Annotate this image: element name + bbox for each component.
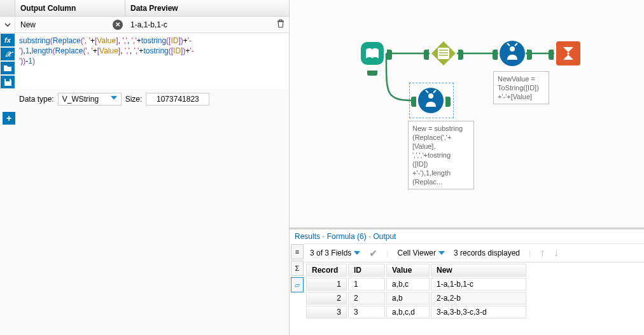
- table-row[interactable]: 33a,b,c,d3-a,3-b,3-c,3-d: [306, 306, 526, 318]
- size-input[interactable]: 1073741823: [146, 93, 209, 106]
- delete-icon[interactable]: [272, 19, 289, 30]
- records-displayed: 3 records displayed: [454, 249, 520, 257]
- results-grid[interactable]: RecordIDValueNew 11a,b,c1-a,1-b,1-c22a,b…: [305, 263, 528, 320]
- col-header[interactable]: Value: [386, 264, 430, 277]
- results-layout-icon[interactable]: ≡: [291, 244, 304, 259]
- fields-dropdown[interactable]: 3 of 3 Fields: [310, 249, 360, 257]
- summarize-tool-icon[interactable]: [554, 39, 582, 67]
- cell-viewer-dropdown[interactable]: Cell Viewer: [398, 249, 445, 257]
- data-type-select[interactable]: V_WString: [58, 93, 122, 106]
- svg-rect-2: [438, 48, 449, 59]
- output-column-header: Output Column: [15, 0, 125, 17]
- svg-point-12: [428, 93, 433, 99]
- var-x-icon[interactable]: 𝒳: [1, 48, 15, 60]
- save-icon[interactable]: [1, 76, 15, 88]
- next-record-icon[interactable]: ↓: [554, 247, 559, 259]
- data-type-value: V_WString: [62, 95, 99, 104]
- input-tool-icon[interactable]: [358, 39, 386, 67]
- fx-icon[interactable]: fx: [1, 34, 15, 46]
- table-row[interactable]: 22a,b2-a,2-b: [306, 292, 526, 304]
- expand-icon[interactable]: [0, 17, 15, 32]
- col-header[interactable]: New: [431, 264, 526, 277]
- col-header[interactable]: ID: [348, 264, 385, 277]
- data-preview-header: Data Preview: [125, 0, 272, 17]
- data-preview-value: 1-a,1-b,1-c: [125, 20, 272, 29]
- cell-viewer-label: Cell Viewer: [398, 249, 436, 257]
- formula-tool-selected-icon[interactable]: [417, 86, 445, 114]
- clear-icon[interactable]: ✕: [113, 20, 123, 30]
- results-label: Results: [295, 232, 320, 241]
- add-expression-button[interactable]: +: [3, 112, 15, 125]
- fields-text: 3 of 3 Fields: [310, 249, 351, 257]
- expression-editor[interactable]: substring(Replace(', '+[Value], ',', ','…: [15, 33, 289, 89]
- formula-tool-icon[interactable]: [498, 39, 526, 67]
- results-output[interactable]: Output: [373, 232, 396, 241]
- workflow-canvas[interactable]: NewValue = ToString([ID]) +'-'+[Value]: [290, 0, 644, 228]
- data-type-label: Data type:: [19, 95, 54, 104]
- prev-record-icon[interactable]: ↑: [540, 247, 545, 259]
- col-header[interactable]: Record: [306, 264, 347, 277]
- table-row[interactable]: 11a,b,c1-a,1-b,1-c: [306, 278, 526, 291]
- select-tool-icon[interactable]: [430, 39, 458, 67]
- svg-point-6: [500, 41, 525, 66]
- results-browse-icon[interactable]: ▱: [291, 277, 304, 292]
- svg-point-7: [510, 46, 515, 51]
- apply-check-icon[interactable]: ✔: [369, 247, 377, 259]
- folder-icon[interactable]: [1, 62, 15, 74]
- formula-annotation-1: NewValue = ToString([ID]) +'-'+[Value]: [493, 71, 549, 104]
- formula-annotation-2: New = substring (Replace(','+ [Value], '…: [408, 121, 474, 189]
- results-sigma-icon[interactable]: Σ: [291, 261, 304, 276]
- svg-point-11: [418, 88, 444, 113]
- output-field-name[interactable]: New: [20, 20, 113, 29]
- size-label: Size:: [125, 95, 143, 104]
- results-tool[interactable]: Formula (6): [327, 232, 367, 241]
